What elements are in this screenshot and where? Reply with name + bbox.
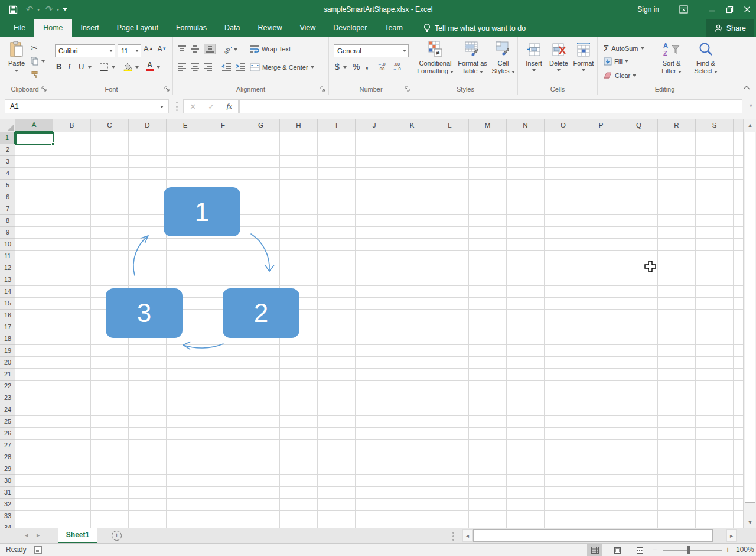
fill-color-dropdown-icon[interactable] xyxy=(135,66,139,69)
format-as-table-button[interactable]: Format as Table xyxy=(456,40,489,75)
row-header-32[interactable]: 32 xyxy=(0,499,15,511)
new-sheet-icon[interactable]: + xyxy=(112,531,122,541)
save-icon[interactable] xyxy=(6,2,20,17)
row-header-13[interactable]: 13 xyxy=(0,274,15,286)
column-header-m[interactable]: M xyxy=(469,119,507,132)
row-header-5[interactable]: 5 xyxy=(0,180,15,191)
prev-sheet-icon[interactable]: ◂ xyxy=(25,531,28,539)
ribbon-display-options-icon[interactable] xyxy=(674,0,692,19)
align-center-icon[interactable] xyxy=(191,63,200,71)
font-color-icon[interactable]: A xyxy=(146,62,154,71)
alignment-dialog-launcher-icon[interactable] xyxy=(320,86,326,92)
font-size-select[interactable]: 11 xyxy=(118,44,141,57)
undo-dropdown-icon[interactable]: ▾ xyxy=(37,7,40,12)
scroll-left-icon[interactable]: ◂ xyxy=(462,529,472,542)
decrease-font-icon[interactable]: A▼ xyxy=(158,45,167,52)
formula-input[interactable] xyxy=(239,99,742,113)
row-header-14[interactable]: 14 xyxy=(0,286,15,298)
column-header-d[interactable]: D xyxy=(129,119,167,132)
fill-button[interactable]: Fill xyxy=(604,57,628,66)
clipboard-dialog-launcher-icon[interactable] xyxy=(41,86,47,92)
number-dialog-launcher-icon[interactable] xyxy=(405,86,410,92)
top-align-icon[interactable] xyxy=(178,45,187,53)
row-header-30[interactable]: 30 xyxy=(0,475,15,487)
merge-center-button[interactable]: Merge & Center xyxy=(250,63,314,71)
autosum-dropdown-icon[interactable] xyxy=(641,47,644,50)
merge-center-dropdown-icon[interactable] xyxy=(311,66,314,69)
row-header-25[interactable]: 25 xyxy=(0,416,15,428)
underline-dropdown-icon[interactable] xyxy=(88,66,92,69)
insert-cells-button[interactable]: Insert xyxy=(523,40,545,71)
share-button[interactable]: Share xyxy=(706,19,754,37)
expand-formula-bar-icon[interactable]: ˅ xyxy=(750,103,752,109)
find-select-button[interactable]: Find & Select xyxy=(690,40,722,75)
paste-button[interactable]: Paste xyxy=(4,40,30,72)
borders-dropdown-icon[interactable] xyxy=(112,66,115,69)
fill-handle[interactable] xyxy=(51,142,55,146)
row-header-19[interactable]: 19 xyxy=(0,345,15,357)
undo-button[interactable]: ↶ xyxy=(22,2,37,17)
autosum-button[interactable]: Σ AutoSum xyxy=(604,43,644,53)
row-header-17[interactable]: 17 xyxy=(0,321,15,333)
increase-decimal-icon[interactable]: ←.0.00 xyxy=(377,62,386,71)
decrease-decimal-icon[interactable]: .00→.0 xyxy=(393,62,401,71)
scroll-up-icon[interactable]: ▲ xyxy=(744,119,756,131)
column-header-o[interactable]: O xyxy=(545,119,582,132)
formula-bar-grip[interactable] xyxy=(176,102,178,111)
page-layout-view-button[interactable] xyxy=(610,544,625,556)
smartart-shape-1[interactable]: 1 xyxy=(164,187,240,236)
fill-color-icon[interactable] xyxy=(123,62,133,71)
column-header-i[interactable]: I xyxy=(318,119,356,132)
decrease-indent-icon[interactable] xyxy=(221,63,232,71)
smartart-shape-2[interactable]: 2 xyxy=(223,288,299,338)
middle-align-icon[interactable] xyxy=(191,45,200,53)
borders-icon[interactable] xyxy=(100,63,108,71)
wrap-text-button[interactable]: Wrap Text xyxy=(250,45,291,53)
clear-button[interactable]: Clear xyxy=(604,71,636,79)
row-header-27[interactable]: 27 xyxy=(0,440,15,451)
delete-dropdown-icon[interactable] xyxy=(557,69,561,71)
tab-data[interactable]: Data xyxy=(216,19,249,37)
column-header-q[interactable]: Q xyxy=(620,119,658,132)
tab-splitter-grip[interactable] xyxy=(452,532,454,541)
row-header-6[interactable]: 6 xyxy=(0,191,15,203)
font-color-dropdown-icon[interactable] xyxy=(157,66,160,69)
row-header-2[interactable]: 2 xyxy=(0,144,15,156)
row-header-29[interactable]: 29 xyxy=(0,463,15,475)
font-dialog-launcher-icon[interactable] xyxy=(164,86,170,92)
zoom-slider-thumb[interactable] xyxy=(687,546,690,554)
row-header-10[interactable]: 10 xyxy=(0,239,15,251)
tell-me-box[interactable]: Tell me what you want to do xyxy=(423,19,526,37)
tab-insert[interactable]: Insert xyxy=(72,19,108,37)
row-header-34[interactable]: 34 xyxy=(0,522,15,528)
row-header-7[interactable]: 7 xyxy=(0,203,15,215)
row-header-24[interactable]: 24 xyxy=(0,404,15,416)
close-button[interactable] xyxy=(738,0,756,19)
column-header-a[interactable]: A xyxy=(15,119,53,132)
orientation-icon[interactable]: ab xyxy=(223,44,232,54)
column-header-l[interactable]: L xyxy=(431,119,469,132)
column-header-r[interactable]: R xyxy=(658,119,696,132)
customize-qat-button[interactable]: ▾ xyxy=(63,8,67,11)
collapse-ribbon-icon[interactable] xyxy=(743,84,750,91)
zoom-slider-track[interactable] xyxy=(663,550,722,551)
next-sheet-icon[interactable]: ▸ xyxy=(37,531,40,539)
row-header-22[interactable]: 22 xyxy=(0,381,15,392)
currency-icon[interactable]: $ xyxy=(335,62,340,71)
clear-dropdown-icon[interactable] xyxy=(633,74,636,77)
cell-styles-button[interactable]: Cell Styles xyxy=(490,40,516,75)
row-header-3[interactable]: 3 xyxy=(0,156,15,168)
row-header-15[interactable]: 15 xyxy=(0,298,15,310)
row-header-33[interactable]: 33 xyxy=(0,511,15,522)
row-header-31[interactable]: 31 xyxy=(0,487,15,499)
increase-font-icon[interactable]: A▲ xyxy=(144,44,154,53)
page-break-view-button[interactable] xyxy=(632,544,647,556)
column-header-p[interactable]: P xyxy=(582,119,620,132)
row-header-28[interactable]: 28 xyxy=(0,451,15,463)
scroll-right-icon[interactable]: ▸ xyxy=(726,529,737,542)
comma-style-icon[interactable]: , xyxy=(366,60,369,71)
align-right-icon[interactable] xyxy=(204,63,213,71)
redo-dropdown-icon[interactable]: ▾ xyxy=(57,7,59,12)
row-header-21[interactable]: 21 xyxy=(0,369,15,381)
confirm-entry-icon[interactable]: ✓ xyxy=(208,102,214,111)
